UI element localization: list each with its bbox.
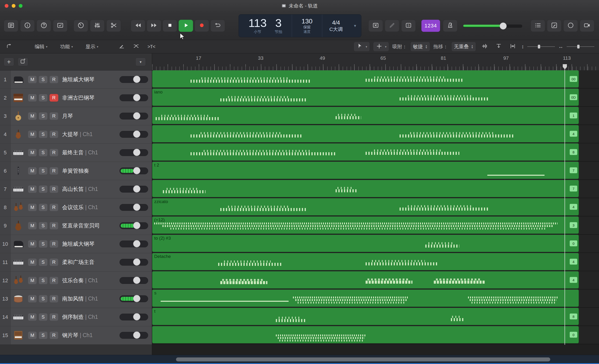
track-header[interactable]: 13 M S R 南加风情 | Ch1 [0, 290, 152, 308]
midi-region[interactable]: 7 [152, 180, 579, 197]
track-header[interactable]: 2 M S R 非洲古巴钢琴 [0, 89, 152, 107]
slider-thumb[interactable] [133, 313, 140, 321]
cycle-button[interactable] [211, 20, 225, 32]
midi-region[interactable]: 4 [152, 125, 579, 142]
slider-thumb[interactable] [133, 204, 140, 211]
slider-thumb[interactable] [133, 167, 140, 174]
mute-button[interactable]: M [28, 167, 37, 175]
solo-button[interactable]: S [39, 94, 48, 102]
midi-region[interactable]: (+12) 3 [152, 217, 579, 234]
midi-region[interactable]: 1 [152, 107, 579, 124]
slider-thumb[interactable] [133, 149, 140, 156]
midi-region[interactable]: to (2) #3 0 [152, 235, 579, 252]
solo-button[interactable]: S [39, 185, 48, 193]
slider-thumb[interactable] [133, 130, 140, 138]
vertical-auto-zoom-button[interactable] [493, 42, 504, 51]
lcd-options-chevron[interactable]: ▾ [350, 15, 360, 37]
slider-thumb[interactable] [133, 76, 140, 83]
loop-browser-button[interactable] [563, 20, 578, 32]
horizontal-zoom-slider[interactable] [567, 44, 594, 49]
track-header[interactable]: 6 M S R 单簧管独奏 [0, 162, 152, 180]
note-pad-button[interactable] [547, 20, 562, 32]
fullscreen-button[interactable] [19, 4, 23, 8]
library-button[interactable] [4, 20, 18, 32]
smart-controls-button[interactable] [74, 20, 88, 32]
slider-thumb[interactable] [133, 258, 140, 266]
record-arm-button[interactable]: R [49, 76, 58, 83]
record-arm-button[interactable]: R [49, 277, 58, 284]
horizontal-zoom-knob[interactable] [577, 45, 580, 49]
track-header[interactable]: 5 M S R 最终主音 | Ch1 [0, 144, 152, 162]
mute-button[interactable]: M [28, 112, 37, 120]
solo-button[interactable]: S [39, 277, 48, 284]
track-volume-slider[interactable] [120, 149, 148, 156]
play-button[interactable] [179, 20, 193, 32]
functions-menu[interactable]: 功能▾ [58, 42, 75, 51]
track-header[interactable]: 3 M S R 月琴 [0, 107, 152, 125]
slider-thumb[interactable] [133, 185, 140, 192]
midi-region[interactable]: zzicato 4 [152, 198, 579, 216]
mute-button[interactable]: M [28, 313, 37, 321]
solo-button[interactable]: S [39, 167, 48, 175]
track-header[interactable]: 12 M S R 弦乐合奏 | Ch1 [0, 271, 152, 290]
track-volume-slider[interactable] [120, 277, 148, 284]
record-arm-button[interactable]: R [49, 295, 58, 303]
mute-button[interactable]: M [28, 277, 37, 284]
lcd-position[interactable]: 113 小节 3 节拍 [239, 15, 292, 37]
drag-select[interactable]: 无重叠 ▲▼ [451, 42, 476, 52]
rewind-button[interactable] [131, 20, 145, 32]
add-track-button[interactable]: + [4, 58, 14, 66]
editors-button[interactable] [106, 20, 121, 32]
record-arm-button[interactable]: R [49, 149, 58, 156]
midi-region[interactable]: 4 [152, 271, 579, 289]
brush-tool-button[interactable] [385, 20, 399, 32]
track-header[interactable]: 15 M S R 钢片琴 | Ch1 [0, 326, 152, 345]
low-latency-button[interactable] [368, 20, 383, 32]
mixer-button[interactable] [90, 20, 105, 32]
solo-lock-button[interactable]: S [401, 20, 416, 32]
slider-thumb[interactable] [133, 277, 140, 284]
record-arm-button[interactable]: R [49, 331, 58, 339]
mute-button[interactable]: M [28, 240, 37, 248]
view-menu[interactable]: 显示▾ [83, 42, 101, 51]
volume-thumb[interactable] [500, 23, 507, 29]
solo-button[interactable]: S [39, 313, 48, 321]
track-header[interactable]: 9 M S R 竖直录音室贝司 [0, 217, 152, 235]
mute-button[interactable]: M [28, 130, 37, 138]
record-arm-button[interactable]: R [49, 204, 58, 211]
mute-button[interactable]: M [28, 76, 37, 83]
lcd-signature[interactable]: 4/4 C大调 [322, 15, 350, 37]
solo-button[interactable]: S [39, 222, 48, 230]
solo-button[interactable]: S [39, 258, 48, 266]
inspector-button[interactable] [20, 20, 35, 32]
record-button[interactable] [194, 20, 209, 32]
quick-help-button[interactable] [36, 20, 51, 32]
solo-button[interactable]: S [39, 130, 48, 138]
track-volume-slider[interactable] [120, 131, 148, 138]
slider-thumb[interactable] [133, 295, 140, 302]
duplicate-track-button[interactable] [18, 58, 28, 66]
mute-button[interactable]: M [28, 331, 37, 339]
slider-thumb[interactable] [133, 331, 140, 339]
lcd-beat-value[interactable]: 3 [275, 17, 282, 29]
record-arm-button[interactable]: R [49, 112, 58, 120]
solo-button[interactable]: S [39, 295, 48, 303]
horizontal-auto-zoom-button[interactable] [507, 42, 518, 51]
slider-thumb[interactable] [133, 222, 140, 229]
minimize-button[interactable] [12, 4, 16, 8]
record-arm-button[interactable]: R [49, 313, 58, 321]
snap-select[interactable]: 敏捷 ▲▼ [410, 42, 430, 52]
master-volume-slider[interactable] [463, 22, 522, 29]
track-volume-slider[interactable] [120, 94, 148, 101]
track-volume-slider[interactable] [120, 167, 148, 174]
midi-region[interactable]: 8 [152, 143, 579, 161]
mute-button[interactable]: M [28, 258, 37, 266]
solo-button[interactable]: S [39, 331, 48, 339]
track-volume-slider[interactable] [120, 332, 148, 339]
solo-button[interactable]: S [39, 240, 48, 248]
slider-thumb[interactable] [133, 94, 140, 101]
solo-button[interactable]: S [39, 149, 48, 156]
mute-button[interactable]: M [28, 222, 37, 230]
track-volume-slider[interactable] [120, 222, 148, 229]
midi-region[interactable]: 0 [152, 326, 579, 343]
